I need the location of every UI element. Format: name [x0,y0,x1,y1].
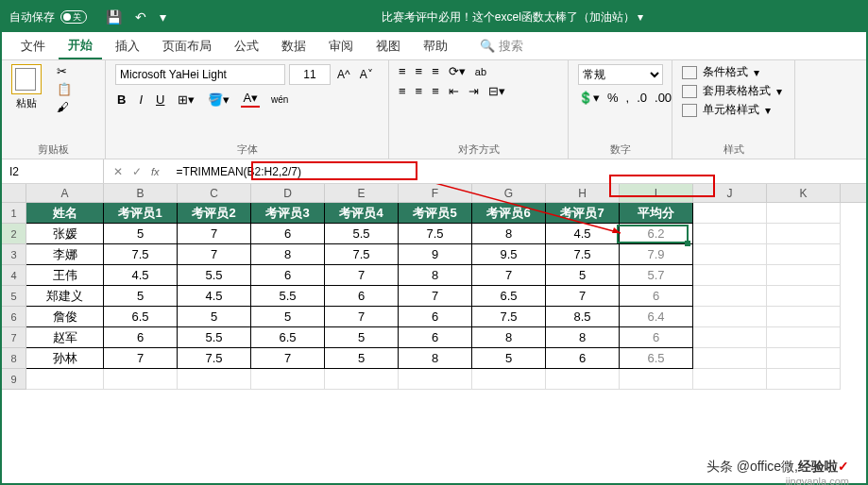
tab-data[interactable]: 数据 [272,34,315,59]
cell[interactable] [693,307,767,327]
cell[interactable] [620,369,693,390]
merge-button[interactable]: ⊟▾ [488,84,505,98]
currency-icon[interactable]: 💲▾ [578,91,600,105]
row-header[interactable]: 9 [2,369,26,390]
align-left-icon[interactable]: ≡ [399,84,406,98]
increase-decimal-icon[interactable]: .0 [637,91,647,105]
conditional-format-button[interactable]: 条件格式▾ [682,64,785,80]
col-header[interactable]: G [472,184,546,202]
cell[interactable]: 5 [546,265,620,286]
undo-icon[interactable]: ↶ [135,9,146,25]
cell[interactable] [693,286,767,307]
cell[interactable]: 4.5 [546,224,620,244]
cut-icon[interactable]: ✂ [57,64,72,78]
comma-icon[interactable]: , [626,91,630,105]
tab-home[interactable]: 开始 [59,33,102,59]
select-all-corner[interactable] [2,184,26,202]
col-header[interactable]: F [399,184,472,202]
tab-view[interactable]: 视图 [366,34,410,59]
cell[interactable]: 5 [472,348,546,369]
cell[interactable]: 7 [251,348,325,369]
cell[interactable]: 8 [399,348,472,369]
cell[interactable]: 5 [104,286,178,307]
percent-icon[interactable]: % [607,91,619,105]
border-button[interactable]: ⊞▾ [176,92,196,107]
cell[interactable]: 5 [178,307,251,327]
cell[interactable]: 9.5 [472,244,546,265]
cell[interactable] [693,348,767,369]
cell[interactable] [546,369,620,390]
cell[interactable]: 4.5 [104,265,178,286]
table-header-cell[interactable]: 考评员5 [399,203,472,224]
font-color-button[interactable]: A▾ [241,91,260,108]
cell[interactable]: 7 [178,244,251,265]
cell[interactable]: 8 [546,327,620,348]
align-right-icon[interactable]: ≡ [432,84,439,98]
table-header-cell[interactable]: 考评员4 [325,203,399,224]
align-middle-icon[interactable]: ≡ [416,64,423,78]
col-header[interactable]: I [620,184,693,202]
cell[interactable]: 8 [472,224,546,244]
cell[interactable]: 6 [399,307,472,327]
cell[interactable]: 6.5 [251,327,325,348]
cell[interactable] [693,203,767,224]
tab-layout[interactable]: 页面布局 [153,34,221,59]
cell[interactable]: 7 [472,265,546,286]
row-header[interactable]: 8 [2,348,26,369]
align-bottom-icon[interactable]: ≡ [432,64,439,78]
cell[interactable]: 7 [325,265,399,286]
col-header[interactable]: J [693,184,767,202]
cell[interactable] [251,369,325,390]
align-center-icon[interactable]: ≡ [416,84,423,98]
cell[interactable]: 6 [546,348,620,369]
row-header[interactable]: 6 [2,307,26,327]
row-header[interactable]: 5 [2,286,26,307]
row-header[interactable]: 3 [2,244,26,265]
cell[interactable] [26,369,104,390]
cell[interactable]: 郑建义 [26,286,104,307]
cell[interactable]: 6.5 [104,307,178,327]
fill-handle[interactable] [685,241,690,246]
italic-button[interactable]: I [137,92,145,107]
cell[interactable] [693,244,767,265]
cell[interactable] [767,244,841,265]
underline-button[interactable]: U [154,92,166,107]
cell[interactable]: 5 [251,307,325,327]
cell[interactable]: 7 [104,348,178,369]
table-header-cell[interactable]: 考评员7 [546,203,620,224]
cell[interactable]: 7.5 [399,224,472,244]
cell[interactable]: 5.5 [251,286,325,307]
cell-style-button[interactable]: 单元格样式▾ [682,102,785,118]
cell[interactable]: 5 [325,348,399,369]
cell[interactable]: 7.5 [325,244,399,265]
cell[interactable]: 6 [620,327,693,348]
fill-color-button[interactable]: 🪣▾ [206,92,231,107]
cell[interactable]: 张媛 [26,224,104,244]
cell[interactable]: 7 [546,286,620,307]
indent-left-icon[interactable]: ⇤ [449,84,459,98]
cell[interactable]: 7.5 [546,244,620,265]
cell[interactable]: 6.2 [620,224,693,244]
font-size-select[interactable] [289,64,331,85]
table-header-cell[interactable]: 姓名 [26,203,104,224]
cell[interactable]: 8.5 [546,307,620,327]
cell[interactable]: 7.5 [178,348,251,369]
cell[interactable]: 7 [399,286,472,307]
tab-file[interactable]: 文件 [11,34,55,59]
cell[interactable]: 赵军 [26,327,104,348]
decrease-font-icon[interactable]: A˅ [357,68,376,81]
cell[interactable]: 5 [325,327,399,348]
cell[interactable]: 王伟 [26,265,104,286]
table-format-button[interactable]: 套用表格格式▾ [682,83,785,99]
col-header[interactable]: A [26,184,104,202]
cell[interactable]: 8 [472,327,546,348]
bold-button[interactable]: B [115,92,128,107]
cell[interactable] [767,224,841,244]
cell[interactable] [693,369,767,390]
cell[interactable]: 5.5 [325,224,399,244]
decrease-decimal-icon[interactable]: .00 [655,91,672,105]
cell[interactable]: 6 [251,224,325,244]
paste-button[interactable]: 粘贴 [11,64,42,110]
cell[interactable] [693,224,767,244]
tab-insert[interactable]: 插入 [106,34,149,59]
